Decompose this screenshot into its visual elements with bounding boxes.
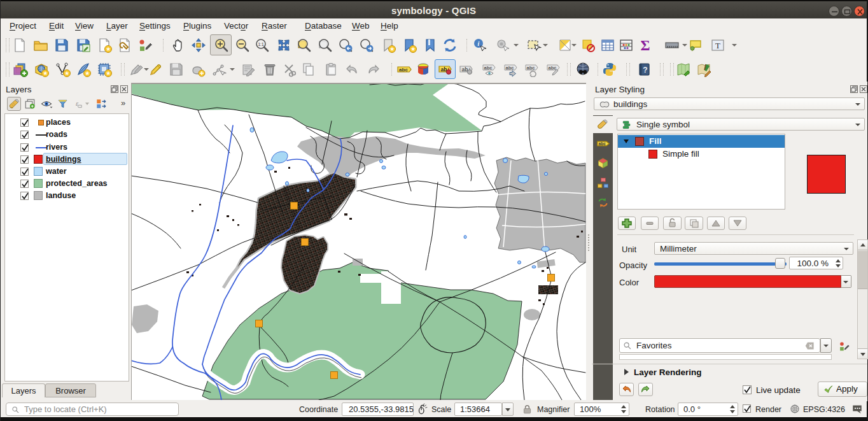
svg-text:abc: abc xyxy=(484,65,493,71)
svg-text:ε: ε xyxy=(76,100,79,107)
svg-text:abc: abc xyxy=(527,65,535,71)
svg-text:abc: abc xyxy=(549,65,557,71)
svg-text:?: ? xyxy=(643,66,647,75)
svg-text:abc: abc xyxy=(399,67,408,73)
svg-text:ab: ab xyxy=(462,66,468,73)
svg-text:abc: abc xyxy=(599,141,606,146)
svg-text:abc: abc xyxy=(506,65,514,71)
svg-text:i: i xyxy=(478,40,480,47)
svg-text:ab: ab xyxy=(441,66,447,73)
svg-text:1:1: 1:1 xyxy=(258,42,263,46)
svg-text:T: T xyxy=(715,41,720,50)
svg-text:Σ: Σ xyxy=(640,38,650,53)
